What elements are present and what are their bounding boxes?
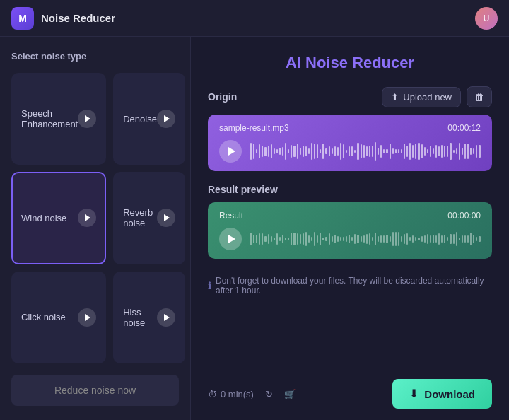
trash-icon: 🗑 [474,91,484,103]
result-section-label: Result preview [208,184,278,195]
play-wind-noise-icon[interactable] [78,209,96,227]
origin-audio-player: sample-result.mp3 00:00:12 [208,115,492,171]
trash-button[interactable]: 🗑 [467,86,492,107]
refresh-stat[interactable]: ↻ [265,389,273,399]
result-play-button[interactable] [219,228,242,250]
noise-grid: Speech Enhancement Denoise Wind noise Re… [11,73,179,363]
duration-label: 0 min(s) [221,389,254,399]
play-hiss-noise-icon[interactable] [157,308,175,327]
noise-item-label: Speech Enhancement [21,108,78,129]
refresh-icon: ↻ [265,389,273,399]
play-speech-enhancement-icon[interactable] [78,110,96,128]
clock-icon: ⏱ [208,389,217,399]
play-click-noise-icon[interactable] [78,308,96,327]
main-content: Select noise type Speech Enhancement Den… [0,37,509,420]
bottom-stats: ⏱ 0 min(s) ↻ 🛒 [208,389,296,399]
play-reverb-noise-icon[interactable] [157,209,175,227]
app-logo: M [11,7,34,30]
upload-button-label: Upload new [403,92,452,103]
noise-item-reverb-noise[interactable]: Reverb noise [113,172,185,264]
duration-stat: ⏱ 0 min(s) [208,389,254,399]
info-message: Don't forget to download your files. The… [216,276,492,296]
bottom-bar: ⏱ 0 min(s) ↻ 🛒 ⬇ Download [208,371,492,409]
noise-item-label: Click noise [21,312,66,322]
avatar[interactable]: U [475,7,498,30]
upload-new-button[interactable]: ⬆ Upload new [382,87,461,107]
result-player-top: Result 00:00:00 [219,211,481,221]
noise-item-speech-enhancement[interactable]: Speech Enhancement [11,73,106,165]
sidebar-bottom: Reduce noise now [11,375,179,406]
app-header: M Noise Reducer U [0,0,509,37]
result-audio-player: Result 00:00:00 [208,202,492,259]
origin-waveform [250,140,481,163]
noise-item-denoise[interactable]: Denoise [113,73,185,165]
origin-duration: 00:00:12 [447,123,481,133]
download-icon: ⬇ [409,387,419,400]
result-duration: 00:00:00 [447,211,481,221]
noise-item-wind-noise[interactable]: Wind noise [11,172,106,264]
panel-heading: AI Noise Reducer [208,54,492,72]
noise-item-label: Hiss noise [123,307,157,328]
noise-item-hiss-noise[interactable]: Hiss noise [113,272,185,363]
upload-icon: ⬆ [391,92,399,103]
right-panel: AI Noise Reducer Origin ⬆ Upload new 🗑 s… [191,37,509,420]
origin-actions: ⬆ Upload new 🗑 [382,86,492,107]
origin-section-header: Origin ⬆ Upload new 🗑 [208,86,492,107]
app-title: Noise Reducer [41,12,115,24]
header-left: M Noise Reducer [11,7,115,30]
sidebar-title: Select noise type [11,51,179,62]
noise-item-label: Wind noise [21,213,66,223]
cart-stat[interactable]: 🛒 [284,389,296,399]
info-bar: ℹ Don't forget to download your files. T… [208,272,492,300]
play-denoise-icon[interactable] [157,110,175,128]
result-player-controls [219,228,481,250]
info-icon: ℹ [208,280,211,291]
sidebar: Select noise type Speech Enhancement Den… [0,37,191,420]
result-section-header: Result preview [208,184,492,195]
result-waveform [250,228,481,250]
download-label: Download [424,388,475,400]
reduce-noise-button[interactable]: Reduce noise now [11,375,179,406]
origin-play-button[interactable] [219,140,242,163]
noise-item-label: Reverb noise [123,207,157,228]
origin-filename: sample-result.mp3 [219,123,289,133]
noise-item-click-noise[interactable]: Click noise [11,272,106,363]
noise-item-label: Denoise [123,114,157,124]
origin-player-controls [219,140,481,163]
result-track-label: Result [219,211,243,221]
cart-icon: 🛒 [284,389,296,399]
download-button[interactable]: ⬇ Download [392,379,492,409]
origin-section-label: Origin [208,91,237,103]
origin-player-top: sample-result.mp3 00:00:12 [219,123,481,133]
